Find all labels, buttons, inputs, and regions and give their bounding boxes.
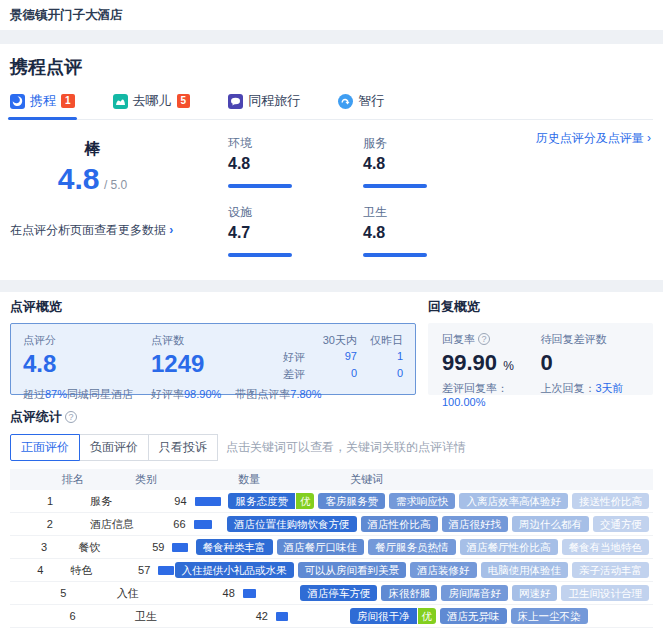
last-reply: 上次回复：3天前: [541, 381, 640, 396]
sub-scores: 环境 4.8 服务 4.8 设施 4.7 卫生 4.8: [228, 133, 498, 257]
count-cell: 42: [238, 610, 350, 622]
keyword-tag[interactable]: 酒店停车方便: [300, 585, 377, 602]
tab-label: 去哪儿: [133, 92, 172, 110]
rank-cell: 4: [10, 564, 70, 576]
info-icon[interactable]: ?: [65, 411, 77, 423]
keyword-tag[interactable]: 入住提供小礼品或水果: [175, 562, 294, 579]
count-value: 59: [134, 541, 164, 553]
tab-badge: 1: [61, 94, 75, 108]
count-bar: [276, 612, 288, 621]
tab-tongcheng[interactable]: 同程旅行: [228, 92, 300, 119]
count-bar: [172, 543, 188, 552]
recent-stats-table: 30天内 仅昨日 好评 97 1 差评 0 0: [281, 333, 403, 382]
keyword-tag[interactable]: 周边什么都有: [512, 516, 589, 533]
count-bar: [195, 497, 221, 506]
review-overview-title: 点评概览: [10, 298, 428, 316]
keyword-tag[interactable]: 房间隔音好: [441, 585, 508, 602]
rank-cell: 2: [10, 518, 90, 530]
keyword-tag[interactable]: 电脑使用体验佳: [481, 562, 569, 579]
keyword-tag[interactable]: 可以从房间看到美景: [298, 562, 407, 579]
tab-badge: 5: [177, 94, 191, 108]
keyword-tag[interactable]: 床很舒服: [381, 585, 437, 602]
keyword-tag[interactable]: 酒店位置佳购物饮食方便: [227, 516, 357, 533]
keyword-tag[interactable]: 交通方便: [593, 516, 649, 533]
keyword-tag[interactable]: 餐厅服务员热情: [368, 539, 456, 556]
overall-score: 4.8: [58, 162, 100, 195]
tab-complaints[interactable]: 只看投诉: [148, 434, 218, 461]
sub-score-hygiene: 卫生 4.8: [363, 204, 498, 257]
stats-table-body: 1 服务 94 服务态度赞优客房服务赞需求响应快入离店效率高体验好接送性价比高 …: [10, 490, 653, 628]
keyword-tag[interactable]: 客房服务赞: [318, 493, 385, 510]
review-overview-box: 点评分 4.8 点评数 1249 30天内 仅昨日 好评 97 1 差: [10, 323, 416, 395]
category-cell: 入住: [117, 586, 205, 601]
keyword-tag[interactable]: 餐食种类丰富: [196, 539, 273, 556]
stats-table-header: 排名 类别 数量 关键词: [10, 469, 653, 490]
score-summary: 棒 4.8 / 5.0 在点评分析页面查看更多数据 › 环境 4.8: [10, 120, 653, 257]
category-cell: 餐饮: [78, 540, 134, 555]
ctrip-icon: [10, 94, 25, 109]
table-row: 5 入住 48 酒店停车方便床很舒服房间隔音好网速好卫生间设计合理: [10, 582, 653, 605]
score-bar: [228, 253, 292, 257]
keyword-tag[interactable]: 卫生间设计合理: [561, 585, 649, 602]
keywords-cell: 服务态度赞优客房服务赞需求响应快入离店效率高体验好接送性价比高: [228, 493, 653, 510]
table-row: 1 服务 94 服务态度赞优客房服务赞需求响应快入离店效率高体验好接送性价比高: [10, 490, 653, 513]
keyword-tag[interactable]: 亲子活动丰富: [572, 562, 649, 579]
table-row: 3 餐饮 59 餐食种类丰富酒店餐厅口味佳餐厅服务员热情酒店餐厅性价比高餐食有当…: [10, 536, 653, 559]
good-rate: 好评率98.90%: [151, 387, 221, 402]
hotel-header-bar: 景德镇开门子大酒店: [0, 0, 663, 30]
tab-zhixing[interactable]: 智行: [338, 92, 384, 119]
keyword-tag[interactable]: 入离店效率高体验好: [459, 493, 568, 510]
col-yesterday: 仅昨日: [357, 333, 403, 348]
keyword-tag[interactable]: 接送性价比高: [572, 493, 649, 510]
keyword-tag[interactable]: 床上一尘不染: [511, 608, 588, 625]
score-bar: [363, 184, 427, 188]
keyword-tag[interactable]: 酒店性价比高: [361, 516, 438, 533]
rank-cell: 1: [10, 495, 90, 507]
col-30d: 30天内: [305, 333, 357, 348]
info-icon[interactable]: ?: [478, 333, 490, 345]
keyword-tag[interactable]: 酒店装修好: [410, 562, 477, 579]
score-max: / 5.0: [104, 178, 127, 192]
keyword-tag[interactable]: 服务态度赞: [228, 493, 295, 510]
table-row: 6 卫生 42 房间很干净优酒店无异味床上一尘不染: [10, 605, 653, 628]
count-bar: [243, 589, 256, 598]
reply-overview-title: 回复概览: [428, 298, 480, 316]
count-value: 48: [205, 587, 235, 599]
count-label: 点评数: [151, 333, 281, 348]
tab-label: 同程旅行: [248, 92, 300, 110]
keyword-tag[interactable]: 房间很干净: [350, 608, 417, 625]
rank-cell: 3: [10, 541, 78, 553]
count-bar: [158, 566, 174, 575]
tab-ctrip[interactable]: 携程 1: [10, 92, 75, 119]
pending-reply-count: 0: [541, 351, 640, 375]
photo-rate: 带图点评率7.80%: [235, 387, 321, 402]
tab-positive[interactable]: 正面评价: [10, 434, 80, 461]
keyword-tag[interactable]: 酒店很好找: [442, 516, 509, 533]
tab-label: 智行: [358, 92, 384, 110]
count-value: 57: [120, 564, 150, 576]
count-value: 42: [238, 610, 268, 622]
keyword-tag[interactable]: 酒店无异味: [440, 608, 507, 625]
page-title: 携程点评: [10, 44, 653, 79]
rank-cell: 6: [10, 610, 135, 622]
keyword-tag[interactable]: 餐食有当地特色: [562, 539, 650, 556]
page: 景德镇开门子大酒店 携程点评 携程 1 去哪儿 5: [0, 0, 663, 631]
tab-negative[interactable]: 负面评价: [79, 434, 149, 461]
history-score-link[interactable]: 历史点评分及点评量 ›: [536, 130, 651, 147]
count-cell: 59: [134, 541, 195, 553]
category-cell: 服务: [90, 494, 156, 509]
keyword-tag[interactable]: 酒店餐厅口味佳: [277, 539, 365, 556]
review-count: 1249: [151, 351, 281, 377]
tab-qunar[interactable]: 去哪儿 5: [113, 92, 191, 119]
analysis-more-link[interactable]: 在点评分析页面查看更多数据 ›: [10, 222, 228, 239]
lower-section: 点评概览 回复概览 点评分 4.8 点评数 1249 30天内: [0, 292, 663, 631]
score-rank-note: 超过87%同城同星酒店: [23, 387, 151, 402]
keywords-cell: 入住提供小礼品或水果可以从房间看到美景酒店装修好电脑使用体验佳亲子活动丰富: [175, 562, 654, 579]
keyword-tag[interactable]: 网速好: [512, 585, 558, 602]
sub-score-facility: 设施 4.7: [228, 204, 363, 257]
keyword-tag[interactable]: 酒店餐厅性价比高: [460, 539, 558, 556]
score-bar: [228, 184, 292, 188]
keyword-tag[interactable]: 需求响应快: [389, 493, 456, 510]
sub-score-service: 服务 4.8: [363, 135, 498, 188]
reply-overview-box: 回复率? 99.90 % 差评回复率：100.00% 待回复差评数 0 上次回复…: [428, 323, 653, 395]
